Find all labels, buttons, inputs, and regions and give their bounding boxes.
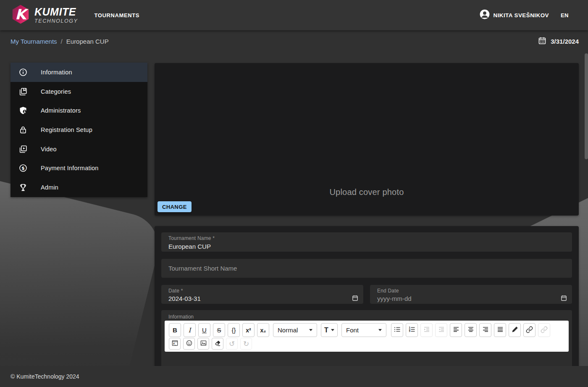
user-name: NIKITA SVEŠNIKOV — [494, 12, 549, 18]
tournament-short-name-field[interactable]: Tournament Short Name — [161, 259, 572, 278]
info-icon — [18, 68, 28, 77]
calendar-icon — [538, 36, 547, 47]
align-right-button[interactable] — [479, 323, 491, 337]
chevron-down-icon — [378, 329, 382, 331]
subscript-button[interactable]: x₂ — [257, 323, 269, 337]
sidebar-item-admin[interactable]: Admin — [10, 178, 147, 197]
unlink-icon — [541, 326, 548, 334]
sidebar-item-video[interactable]: Video — [10, 140, 147, 159]
image-button[interactable] — [197, 338, 209, 350]
align-right-icon — [482, 326, 489, 334]
svg-text:3: 3 — [409, 330, 410, 332]
tournament-name-field[interactable]: Tournament Name * European CUP — [161, 232, 572, 252]
superscript-button[interactable]: x² — [242, 323, 255, 337]
breadcrumb-separator: / — [61, 38, 63, 45]
bold-button[interactable]: B — [169, 323, 181, 337]
align-center-button[interactable] — [465, 323, 477, 337]
copyright-text: © KumiteTechnology 2024 — [10, 373, 79, 380]
paragraph-style-select[interactable]: Normal — [273, 323, 317, 337]
date-picker-icon[interactable] — [560, 295, 567, 303]
bullet-list-button[interactable] — [391, 323, 403, 337]
align-left-button[interactable] — [450, 323, 462, 337]
lock-icon — [18, 125, 28, 134]
sidebar-item-categories[interactable]: Categories — [10, 82, 147, 101]
eraser-icon — [214, 340, 221, 348]
start-date-field[interactable]: Date * 2024-03-31 — [161, 285, 363, 304]
account-circle-icon — [479, 9, 490, 21]
link-icon — [526, 326, 533, 334]
align-justify-button[interactable] — [494, 323, 506, 337]
brand-title: KUMITE — [34, 7, 78, 17]
redo-button[interactable]: ↻ — [240, 338, 252, 350]
smiley-icon — [186, 340, 193, 348]
eraser-button[interactable] — [212, 338, 223, 350]
video-library-icon — [18, 145, 28, 154]
trophy-icon — [18, 183, 28, 192]
redo-icon: ↻ — [243, 340, 249, 348]
sidebar-item-registration-setup[interactable]: Registration Setup — [10, 120, 147, 140]
brand-subtitle: TECHNOLOGY — [34, 18, 78, 24]
text-type-select[interactable]: T — [321, 323, 338, 337]
bullet-list-icon — [394, 326, 401, 334]
nav-item-tournaments[interactable]: TOURNAMENTS — [94, 12, 139, 18]
information-editor-field[interactable]: Information B I U S {} x² x₂ Normal T — [161, 310, 572, 366]
end-date-field[interactable]: End Date yyyy-mm-dd — [370, 285, 572, 304]
date-value: 3/31/2024 — [551, 38, 579, 45]
sidebar-item-information[interactable]: Information — [10, 63, 147, 82]
underline-button[interactable]: U — [198, 323, 210, 337]
tournament-form-card: Tournament Name * European CUP Tournamen… — [155, 226, 579, 366]
sidebar-item-administrators[interactable]: Administrators — [10, 101, 147, 120]
admin-panel-icon — [18, 106, 28, 115]
start-date-value: 2024-03-31 — [168, 295, 201, 302]
embed-window-icon: #_ — [171, 340, 178, 348]
unlink-button[interactable] — [538, 323, 550, 337]
richtext-toolbar: B I U S {} x² x₂ Normal T Font — [165, 321, 569, 352]
end-date-placeholder: yyyy-mm-dd — [377, 295, 412, 302]
language-selector[interactable]: EN — [561, 12, 569, 18]
code-button[interactable]: {} — [228, 323, 240, 337]
undo-icon: ↺ — [229, 340, 235, 348]
breadcrumb-link-my-tournaments[interactable]: My Tournaments — [10, 38, 57, 45]
tournament-short-name-label: Tournament Short Name — [161, 259, 572, 278]
indent-icon — [423, 326, 430, 334]
ordered-list-icon: 123 — [408, 326, 416, 334]
footer: © KumiteTechnology 2024 — [0, 366, 588, 387]
background-shape-left — [0, 166, 165, 387]
image-icon — [200, 340, 207, 348]
embed-button[interactable]: #_ — [169, 338, 181, 350]
sidebar-menu: Information Categories Administrators — [10, 63, 147, 197]
emoji-button[interactable] — [183, 338, 195, 350]
tournament-name-label: Tournament Name * — [168, 235, 215, 241]
align-left-icon — [452, 326, 460, 334]
italic-button[interactable]: I — [184, 323, 196, 337]
brand-logo[interactable]: K KUMITE TECHNOLOGY — [10, 4, 78, 26]
navbar: K KUMITE TECHNOLOGY TOURNAMENTS NIKITA S… — [0, 0, 588, 30]
ordered-list-button[interactable]: 123 — [406, 323, 418, 337]
scrollbar-thumb[interactable] — [585, 53, 588, 159]
outdent-button[interactable] — [435, 323, 447, 337]
strikethrough-button[interactable]: S — [213, 323, 225, 337]
pen-icon — [511, 326, 519, 334]
end-date-label: End Date — [377, 288, 399, 294]
date-row: Date * 2024-03-31 End Date yyyy-mm-dd — [161, 285, 572, 304]
chevron-down-icon — [309, 329, 312, 331]
information-label: Information — [168, 314, 194, 320]
tournament-date-display: 3/31/2024 — [538, 36, 579, 47]
svg-text:$: $ — [21, 166, 24, 171]
categories-icon — [18, 87, 28, 96]
font-select[interactable]: Font — [341, 323, 386, 337]
indent-button[interactable] — [420, 323, 433, 337]
cover-upload-area[interactable]: Upload cover photo CHANGE — [155, 63, 579, 216]
link-button[interactable] — [523, 323, 536, 337]
tournament-name-value: European CUP — [168, 243, 211, 250]
chevron-down-icon — [331, 329, 334, 331]
breadcrumb: My Tournaments / European CUP 3/31/2024 — [0, 30, 588, 53]
svg-text:#_: #_ — [173, 342, 176, 345]
undo-button[interactable]: ↺ — [226, 338, 238, 350]
sidebar-item-payment-information[interactable]: $ Payment Information — [10, 158, 147, 178]
align-justify-icon — [496, 326, 504, 334]
user-menu[interactable]: NIKITA SVEŠNIKOV — [479, 9, 549, 21]
change-cover-button[interactable]: CHANGE — [158, 201, 192, 212]
date-picker-icon[interactable] — [352, 295, 359, 303]
pen-button[interactable] — [509, 323, 521, 337]
